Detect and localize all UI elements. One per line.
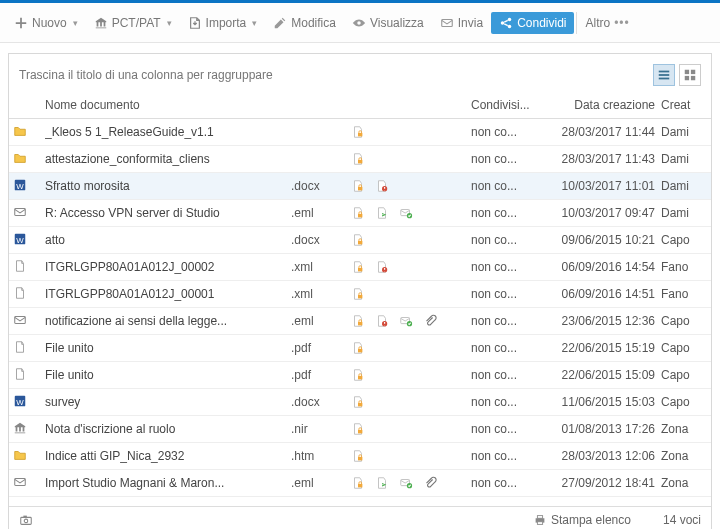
doc-creator: Zona: [661, 476, 701, 490]
doc-share: non co...: [471, 395, 541, 409]
doc-ext: .pdf: [291, 368, 351, 382]
svg-rect-27: [15, 316, 26, 323]
doc-share: non co...: [471, 125, 541, 139]
print-list-label: Stampa elenco: [551, 513, 631, 527]
mail-icon: [440, 16, 454, 30]
modifica-button[interactable]: Modifica: [265, 12, 344, 34]
importa-button[interactable]: Importa ▾: [180, 12, 266, 34]
view-grid-button[interactable]: [679, 64, 701, 86]
doc-share: non co...: [471, 476, 541, 490]
camera-icon[interactable]: [19, 513, 33, 527]
doc-share: non co...: [471, 206, 541, 220]
condividi-button[interactable]: Condividi: [491, 12, 574, 34]
doc-date: 22/06/2015 15:09: [541, 368, 661, 382]
table-row[interactable]: ITGRLGPP80A01A012J_00001.xmlnon co...06/…: [9, 281, 711, 308]
doc-share: non co...: [471, 368, 541, 382]
col-header-creator[interactable]: Creat: [661, 98, 701, 112]
svg-rect-26: [358, 295, 362, 299]
invia-button[interactable]: Invia: [432, 12, 491, 34]
group-hint: Trascina il titolo di una colonna per ra…: [19, 68, 273, 82]
svg-rect-5: [659, 74, 670, 76]
doc-type-icon: [13, 124, 27, 138]
pctpat-label: PCT/PAT: [112, 16, 161, 30]
row-count: 14 voci: [663, 513, 701, 527]
doc-ext: .eml: [291, 206, 351, 220]
table-row[interactable]: File unito.pdfnon co...22/06/2015 15:09C…: [9, 362, 711, 389]
chevron-down-icon: ▾: [167, 18, 172, 28]
lock-icon: [351, 260, 365, 274]
doc-date: 28/03/2017 11:43: [541, 152, 661, 166]
pctpat-button[interactable]: PCT/PAT ▾: [86, 12, 180, 34]
doc-type-icon: [13, 475, 27, 489]
svg-rect-45: [23, 515, 27, 517]
doc-date: 28/03/2013 12:06: [541, 449, 661, 463]
altro-button[interactable]: Altro •••: [579, 12, 635, 34]
attach-icon: [423, 476, 437, 490]
table-row[interactable]: Watto.docxnon co...09/06/2015 10:21Capo: [9, 227, 711, 254]
lock-icon: [351, 422, 365, 436]
doc-name: notificazione ai sensi della legge...: [45, 314, 291, 328]
doc-creator: Zona: [661, 422, 701, 436]
table-row[interactable]: _Kleos 5 1_ReleaseGuide_v1.1non co...28/…: [9, 119, 711, 146]
lock-icon: [351, 314, 365, 328]
table-row[interactable]: ITGRLGPP80A01A012J_00002.xmlnon co...06/…: [9, 254, 711, 281]
panel-top: Trascina il titolo di una colonna per ra…: [9, 54, 711, 92]
visualizza-button[interactable]: Visualizza: [344, 12, 432, 34]
nuovo-label: Nuovo: [32, 16, 67, 30]
doc-name: survey: [45, 395, 291, 409]
doc-creator: Dami: [661, 206, 701, 220]
svg-rect-7: [685, 70, 689, 74]
table-row[interactable]: Wsurvey.docxnon co...11/06/2015 15:03Cap…: [9, 389, 711, 416]
svg-rect-28: [358, 322, 362, 326]
doc-date: 06/09/2016 14:51: [541, 287, 661, 301]
table-row[interactable]: attestazione_conformita_cliensnon co...2…: [9, 146, 711, 173]
doc-type-icon: [13, 367, 27, 381]
doc-date: 11/06/2015 15:03: [541, 395, 661, 409]
table-row[interactable]: WSfratto morosita.docxnon co...10/03/201…: [9, 173, 711, 200]
printer-icon: [533, 513, 547, 527]
court-icon: [94, 16, 108, 30]
svg-rect-39: [15, 478, 26, 485]
col-header-name[interactable]: Nome documento: [45, 98, 291, 112]
main-toolbar: Nuovo ▾ PCT/PAT ▾ Importa ▾ Modifica Vis…: [0, 3, 720, 43]
err-icon: [375, 314, 389, 328]
doc-share: non co...: [471, 449, 541, 463]
svg-rect-43: [21, 517, 32, 524]
table-row[interactable]: File unito.pdfnon co...22/06/2015 15:19C…: [9, 335, 711, 362]
print-list-button[interactable]: Stampa elenco: [533, 513, 631, 527]
table-row[interactable]: R: Accesso VPN server di Studio.emlnon c…: [9, 200, 711, 227]
doc-ext: .htm: [291, 449, 351, 463]
send-icon: [375, 476, 389, 490]
nuovo-button[interactable]: Nuovo ▾: [6, 12, 86, 34]
doc-name: R: Accesso VPN server di Studio: [45, 206, 291, 220]
doc-flags: [351, 422, 471, 436]
chevron-down-icon: ▾: [73, 18, 78, 28]
col-header-share[interactable]: Condivisi...: [471, 98, 541, 112]
doc-ext: .eml: [291, 476, 351, 490]
doc-name: Import Studio Magnani & Maron...: [45, 476, 291, 490]
doc-flags: [351, 341, 471, 355]
svg-rect-33: [358, 376, 362, 380]
table-row[interactable]: Import Studio Magnani & Maron....emlnon …: [9, 470, 711, 497]
svg-rect-15: [358, 187, 362, 191]
table-row[interactable]: notificazione ai sensi della legge....em…: [9, 308, 711, 335]
doc-type-icon: W: [13, 232, 27, 246]
attach-icon: [423, 314, 437, 328]
doc-share: non co...: [471, 233, 541, 247]
svg-rect-12: [358, 160, 362, 164]
importa-label: Importa: [206, 16, 247, 30]
visualizza-label: Visualizza: [370, 16, 424, 30]
grid-body: _Kleos 5 1_ReleaseGuide_v1.1non co...28/…: [9, 119, 711, 506]
plus-icon: [14, 16, 28, 30]
col-header-date[interactable]: Data creazione: [541, 98, 661, 112]
doc-date: 22/06/2015 15:19: [541, 341, 661, 355]
lock-icon: [351, 287, 365, 301]
ok-icon: [399, 476, 413, 490]
table-row[interactable]: Indice atti GIP_Nica_2932.htmnon co...28…: [9, 443, 711, 470]
lock-icon: [351, 476, 365, 490]
view-list-icon: [657, 68, 671, 82]
status-bar: Stampa elenco 14 voci: [9, 506, 711, 529]
doc-type-icon: [13, 313, 27, 327]
view-list-button[interactable]: [653, 64, 675, 86]
table-row[interactable]: Nota d'iscrizione al ruolo.nirnon co...0…: [9, 416, 711, 443]
